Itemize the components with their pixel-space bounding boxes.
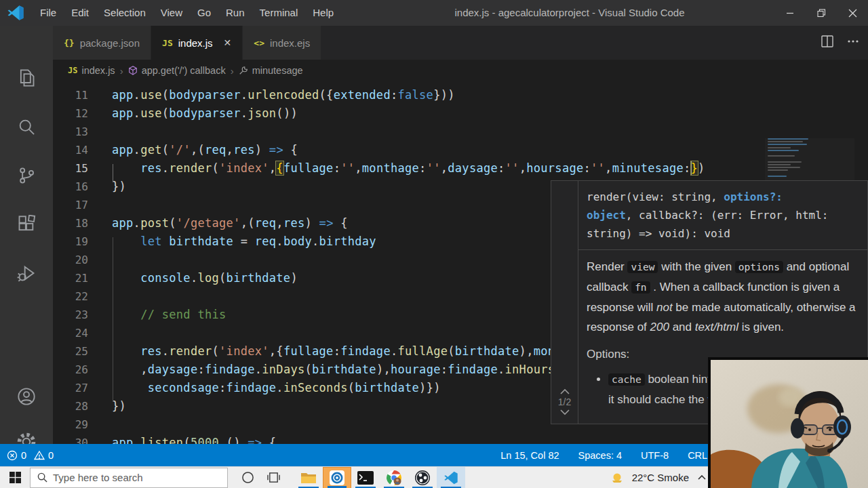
line-number: 20 [53, 251, 88, 269]
line-number: 21 [53, 269, 88, 287]
js-file-icon: JS [68, 66, 77, 75]
tab-index.js[interactable]: JSindex.js✕ [151, 26, 243, 60]
split-editor-icon[interactable] [821, 35, 834, 51]
taskbar-search[interactable]: Type here to search [30, 468, 228, 488]
taskbar-icon-file-explorer[interactable] [294, 467, 323, 488]
hover-page-indicator: 1/2 [558, 396, 571, 407]
search-glass-icon [37, 472, 47, 483]
tab-index.ejs[interactable]: <>index.ejs [243, 26, 321, 60]
search-placeholder: Type here to search [53, 472, 143, 483]
problems-indicator[interactable]: 0 0 [7, 450, 54, 461]
breadcrumb-separator: › [120, 65, 123, 77]
taskbar-icon-obs[interactable] [408, 467, 437, 488]
tab-package.json[interactable]: {}package.json [53, 26, 151, 60]
hover-description: Render view with the given options and o… [578, 250, 867, 338]
breadcrumb-separator: › [231, 65, 234, 77]
error-icon [7, 450, 18, 461]
code-line-15[interactable]: 15 res.render('index',{fullage:'',montha… [53, 159, 868, 178]
weather-text[interactable]: 22°C Smoke [632, 472, 689, 483]
menu-view[interactable]: View [153, 0, 190, 26]
line-number: 12 [53, 104, 88, 123]
breadcrumb-label: index.js [81, 65, 115, 76]
hover-signature: render(view: string, options?: object, c… [578, 186, 867, 250]
file-type-icon: {} [64, 38, 75, 48]
taskbar-icon-chrome[interactable] [380, 467, 408, 488]
tab-close-icon[interactable]: ✕ [224, 37, 232, 48]
extensions-icon[interactable] [12, 209, 41, 239]
start-button[interactable] [0, 467, 30, 488]
line-number: 30 [53, 434, 88, 444]
explorer-icon[interactable] [12, 63, 41, 93]
menu-go[interactable]: Go [190, 0, 218, 26]
taskbar-icon-command-prompt[interactable] [351, 467, 380, 488]
editor-more-actions-icon[interactable] [846, 35, 860, 51]
cursor-position[interactable]: Ln 15, Col 82 [500, 450, 559, 461]
vscode-window: { "titlebar": { "title": "index.js - age… [0, 0, 868, 488]
code-line-13[interactable]: 13 [53, 123, 868, 141]
hover-prev-icon[interactable] [559, 388, 570, 395]
tab-label: index.js [178, 37, 213, 49]
line-number: 25 [53, 342, 88, 361]
menu-edit[interactable]: Edit [64, 0, 96, 26]
file-type-icon: JS [162, 38, 173, 48]
run-debug-icon[interactable] [12, 258, 41, 288]
cortana-button[interactable] [235, 467, 260, 488]
warning-icon [34, 450, 45, 461]
line-number: 28 [53, 397, 88, 415]
line-number: 27 [53, 379, 88, 397]
menu-help[interactable]: Help [305, 0, 341, 26]
symbol-cube-icon [128, 66, 138, 75]
line-number: 11 [53, 86, 88, 104]
line-number: 17 [53, 196, 88, 214]
webcam-feed [711, 360, 868, 488]
menu-run[interactable]: Run [218, 0, 252, 26]
line-number: 22 [53, 287, 88, 306]
line-number: 13 [53, 123, 88, 141]
line-number: 26 [53, 361, 88, 379]
weather-icon[interactable] [610, 472, 624, 484]
file-type-icon: <> [254, 38, 264, 48]
titlebar: FileEditSelectionViewGoRunTerminalHelp i… [0, 0, 868, 26]
breadcrumb: JSindex.js›app.get('/') callback›minutes… [53, 60, 868, 81]
line-number: 29 [53, 415, 88, 434]
tray-expand-icon[interactable] [697, 474, 707, 481]
minimize-button[interactable] [774, 0, 806, 26]
vscode-logo-icon [7, 4, 24, 22]
restore-button[interactable] [806, 0, 837, 26]
indentation[interactable]: Spaces: 4 [578, 450, 623, 461]
taskbar-icon-vscode[interactable] [437, 467, 465, 488]
hover-pagination: 1/2 [551, 181, 578, 424]
taskbar-icon-bandicam[interactable] [323, 467, 351, 488]
breadcrumb-item[interactable]: minutesage [239, 65, 303, 76]
window-controls [774, 0, 868, 26]
account-icon[interactable] [12, 382, 41, 411]
tab-label: package.json [80, 37, 140, 49]
menu-file[interactable]: File [33, 0, 64, 26]
source-control-icon[interactable] [12, 161, 41, 190]
close-button[interactable] [837, 0, 868, 26]
line-number: 18 [53, 214, 88, 232]
warning-count: 0 [48, 450, 54, 461]
window-title: index.js - agecalculatorproject - Visual… [414, 0, 726, 26]
line-number: 14 [53, 141, 88, 159]
menubar: FileEditSelectionViewGoRunTerminalHelp [33, 0, 341, 26]
encoding[interactable]: UTF-8 [641, 450, 669, 461]
code-line-12[interactable]: 12app.use(bodyparser.json()) [53, 104, 868, 123]
line-number: 15 [53, 159, 88, 178]
line-number: 19 [53, 232, 88, 251]
menu-selection[interactable]: Selection [96, 0, 153, 26]
breadcrumb-item[interactable]: JSindex.js [68, 65, 115, 76]
tab-label: index.ejs [270, 37, 310, 49]
hover-next-icon[interactable] [559, 409, 570, 415]
task-view-button[interactable] [260, 467, 286, 488]
error-count: 0 [21, 450, 26, 461]
breadcrumb-label: app.get('/') callback [142, 65, 226, 76]
search-icon[interactable] [12, 112, 41, 142]
activity-bar [0, 26, 53, 444]
code-line-11[interactable]: 11app.use(bodyparser.urlencoded({extende… [53, 86, 868, 104]
menu-terminal[interactable]: Terminal [252, 0, 306, 26]
code-line-14[interactable]: 14app.get('/',(req,res) => { [53, 141, 868, 159]
webcam-overlay [708, 357, 868, 488]
line-number: 16 [53, 178, 88, 196]
breadcrumb-item[interactable]: app.get('/') callback [128, 65, 226, 76]
